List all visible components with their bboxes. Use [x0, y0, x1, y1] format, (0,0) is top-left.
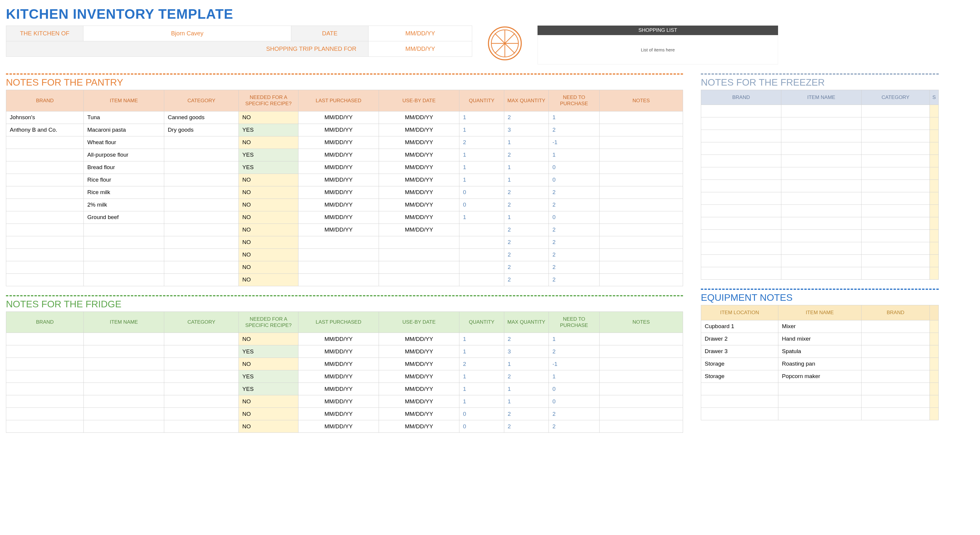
cell-category[interactable]: [164, 358, 239, 371]
cell-needed[interactable]: NO: [239, 236, 299, 249]
cell-item[interactable]: Wheat flour: [84, 136, 164, 149]
shopping-list-body[interactable]: List of items here: [538, 35, 778, 64]
cell-category[interactable]: [164, 408, 239, 420]
cell-notes[interactable]: [599, 224, 683, 236]
cell-category[interactable]: Canned goods: [164, 111, 239, 124]
cell-category[interactable]: [164, 186, 239, 198]
cell-notes[interactable]: [599, 371, 683, 383]
cell-truncated[interactable]: [930, 395, 939, 407]
cell-truncated[interactable]: [930, 130, 939, 142]
cell-item[interactable]: [84, 249, 164, 261]
cell-last-purchased[interactable]: MM/DD/YY: [298, 211, 379, 224]
cell-need-purchase[interactable]: -1: [549, 136, 600, 149]
cell-item[interactable]: Rice flour: [84, 174, 164, 186]
cell-qty[interactable]: 1: [459, 371, 504, 383]
cell-brand[interactable]: [701, 142, 781, 155]
cell-brand[interactable]: [701, 180, 781, 192]
cell-needed[interactable]: NO: [239, 174, 299, 186]
cell-brand[interactable]: [862, 320, 930, 332]
cell-need-purchase[interactable]: 2: [549, 224, 600, 236]
cell-category[interactable]: [862, 167, 930, 180]
cell-truncated[interactable]: [930, 345, 939, 358]
cell-need-purchase[interactable]: 0: [549, 395, 600, 408]
cell-item[interactable]: [781, 267, 862, 280]
cell-needed[interactable]: NO: [239, 395, 299, 408]
cell-notes[interactable]: [599, 136, 683, 149]
cell-needed[interactable]: NO: [239, 249, 299, 261]
cell-brand[interactable]: [6, 358, 84, 371]
cell-truncated[interactable]: [930, 332, 939, 345]
cell-max[interactable]: 1: [504, 174, 549, 186]
cell-use-by[interactable]: MM/DD/YY: [379, 111, 459, 124]
cell-brand[interactable]: [701, 267, 781, 280]
cell-last-purchased[interactable]: MM/DD/YY: [298, 174, 379, 186]
cell-use-by[interactable]: MM/DD/YY: [379, 211, 459, 224]
cell-item[interactable]: [781, 230, 862, 242]
cell-use-by[interactable]: MM/DD/YY: [379, 224, 459, 236]
cell-need-purchase[interactable]: 1: [549, 149, 600, 161]
cell-truncated[interactable]: [930, 255, 939, 267]
cell-brand[interactable]: [6, 174, 84, 186]
cell-truncated[interactable]: [930, 407, 939, 420]
cell-brand[interactable]: [701, 230, 781, 242]
cell-last-purchased[interactable]: [298, 249, 379, 261]
cell-truncated[interactable]: [930, 230, 939, 242]
cell-use-by[interactable]: MM/DD/YY: [379, 174, 459, 186]
cell-last-purchased[interactable]: MM/DD/YY: [298, 111, 379, 124]
cell-needed[interactable]: YES: [239, 345, 299, 358]
cell-max[interactable]: 2: [504, 186, 549, 198]
cell-last-purchased[interactable]: MM/DD/YY: [298, 395, 379, 408]
cell-brand[interactable]: [6, 345, 84, 358]
cell-brand[interactable]: [6, 420, 84, 433]
cell-brand[interactable]: [6, 186, 84, 198]
cell-brand[interactable]: [701, 117, 781, 130]
cell-use-by[interactable]: MM/DD/YY: [379, 186, 459, 198]
cell-item[interactable]: Hand mixer: [778, 332, 862, 345]
cell-truncated[interactable]: [930, 383, 939, 395]
cell-location[interactable]: Storage: [701, 370, 778, 383]
cell-need-purchase[interactable]: 2: [549, 186, 600, 198]
cell-item[interactable]: Popcorn maker: [778, 370, 862, 383]
cell-brand[interactable]: [701, 167, 781, 180]
cell-truncated[interactable]: [930, 242, 939, 255]
cell-item[interactable]: [781, 130, 862, 142]
cell-max[interactable]: 1: [504, 161, 549, 174]
cell-truncated[interactable]: [930, 370, 939, 383]
cell-qty[interactable]: 1: [459, 149, 504, 161]
cell-truncated[interactable]: [930, 117, 939, 130]
cell-brand[interactable]: [6, 408, 84, 420]
cell-category[interactable]: [164, 161, 239, 174]
cell-category[interactable]: [862, 217, 930, 230]
cell-brand[interactable]: [862, 345, 930, 358]
cell-notes[interactable]: [599, 161, 683, 174]
cell-item[interactable]: [84, 224, 164, 236]
cell-category[interactable]: [862, 205, 930, 217]
cell-max[interactable]: 2: [504, 371, 549, 383]
cell-category[interactable]: [164, 136, 239, 149]
cell-item[interactable]: [781, 242, 862, 255]
cell-max[interactable]: 1: [504, 211, 549, 224]
cell-last-purchased[interactable]: [298, 273, 379, 286]
cell-truncated[interactable]: [930, 155, 939, 167]
cell-use-by[interactable]: [379, 249, 459, 261]
cell-brand[interactable]: [701, 130, 781, 142]
cell-notes[interactable]: [599, 186, 683, 198]
cell-use-by[interactable]: MM/DD/YY: [379, 408, 459, 420]
cell-item[interactable]: [781, 255, 862, 267]
cell-last-purchased[interactable]: MM/DD/YY: [298, 345, 379, 358]
cell-max[interactable]: 2: [504, 149, 549, 161]
cell-needed[interactable]: YES: [239, 371, 299, 383]
cell-category[interactable]: [862, 105, 930, 117]
cell-item[interactable]: Roasting pan: [778, 358, 862, 370]
cell-item[interactable]: [781, 217, 862, 230]
cell-qty[interactable]: 2: [459, 358, 504, 371]
cell-brand[interactable]: [701, 155, 781, 167]
cell-brand[interactable]: [6, 249, 84, 261]
cell-brand[interactable]: [701, 192, 781, 205]
cell-max[interactable]: 1: [504, 383, 549, 395]
cell-truncated[interactable]: [930, 358, 939, 370]
cell-truncated[interactable]: [930, 105, 939, 117]
cell-category[interactable]: [862, 142, 930, 155]
cell-last-purchased[interactable]: MM/DD/YY: [298, 136, 379, 149]
cell-brand[interactable]: [6, 136, 84, 149]
